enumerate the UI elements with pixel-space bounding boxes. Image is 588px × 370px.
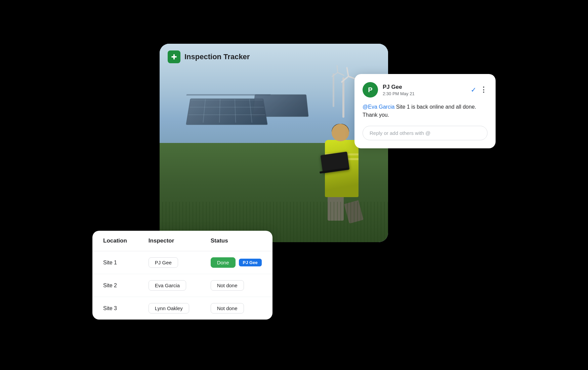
status-cell-container: Not done <box>211 280 262 291</box>
status-pill: Done <box>211 257 236 268</box>
tooltip-badge: PJ Gee <box>239 259 262 266</box>
cell-inspector: Lynn Oakley <box>138 297 200 320</box>
check-icon: ✓ <box>471 86 476 94</box>
inspector-pill: PJ Gee <box>149 257 178 268</box>
cell-status: Not done <box>200 274 272 297</box>
avatar: P <box>363 82 378 98</box>
cell-status: Not done <box>200 297 272 320</box>
status-pill: Not done <box>211 303 244 313</box>
tracker-title: Inspection Tracker <box>184 52 250 61</box>
chat-card: P PJ Gee 2:30 PM May 21 ✓ ⋮ @Eva Garcia … <box>354 74 496 148</box>
inspector-pill: Eva Garcia <box>149 280 186 291</box>
svg-rect-1 <box>173 54 175 60</box>
more-menu-icon[interactable]: ⋮ <box>480 85 488 94</box>
tracker-header: Inspection Tracker <box>160 44 388 70</box>
status-cell-container: Not done <box>211 303 262 313</box>
mention-tag: @Eva Garcia <box>363 104 394 110</box>
chat-timestamp: 2:30 PM May 21 <box>383 91 466 96</box>
col-header-location: Location <box>92 231 138 251</box>
cell-status: DonePJ Gee <box>200 251 272 274</box>
inspector-pill: Lynn Oakley <box>149 303 189 313</box>
table-row: Site 1PJ GeeDonePJ Gee <box>92 251 272 274</box>
tracker-card: Inspection Tracker <box>160 44 388 242</box>
cell-location: Site 2 <box>92 274 138 297</box>
status-cell-container: DonePJ Gee <box>211 257 262 268</box>
chat-actions: ✓ ⋮ <box>471 85 488 94</box>
scene: Inspection Tracker P PJ Gee 2:30 PM May … <box>92 34 496 336</box>
col-header-inspector: Inspector <box>138 231 200 251</box>
cell-inspector: Eva Garcia <box>138 274 200 297</box>
chat-sender-info: PJ Gee 2:30 PM May 21 <box>383 84 466 96</box>
table-row: Site 2Eva GarciaNot done <box>92 274 272 297</box>
table-row: Site 3Lynn OakleyNot done <box>92 297 272 320</box>
table-card: Location Inspector Status Site 1PJ GeeDo… <box>92 231 272 320</box>
chat-sender-name: PJ Gee <box>383 84 466 90</box>
table-header-row: Location Inspector Status <box>92 231 272 251</box>
chat-header: P PJ Gee 2:30 PM May 21 ✓ ⋮ <box>363 82 488 98</box>
tracker-icon <box>168 50 180 63</box>
inspection-table: Location Inspector Status Site 1PJ GeeDo… <box>92 231 272 320</box>
cell-location: Site 1 <box>92 251 138 274</box>
col-header-status: Status <box>200 231 272 251</box>
reply-placeholder: Reply or add others with @ <box>370 130 430 136</box>
chat-message: @Eva Garcia Site 1 is back online and al… <box>363 103 488 119</box>
cell-inspector: PJ Gee <box>138 251 200 274</box>
status-pill: Not done <box>211 280 244 291</box>
reply-input[interactable]: Reply or add others with @ <box>363 126 488 140</box>
cell-location: Site 3 <box>92 297 138 320</box>
